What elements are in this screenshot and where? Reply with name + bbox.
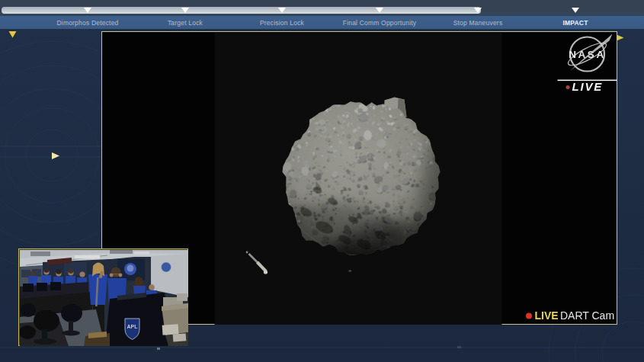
- svg-text:DART Cam: DART Cam: [560, 309, 614, 322]
- svg-text:LIVE: LIVE: [534, 309, 558, 322]
- svg-text:LIVE: LIVE: [572, 80, 603, 93]
- svg-text:NASA: NASA: [569, 48, 606, 59]
